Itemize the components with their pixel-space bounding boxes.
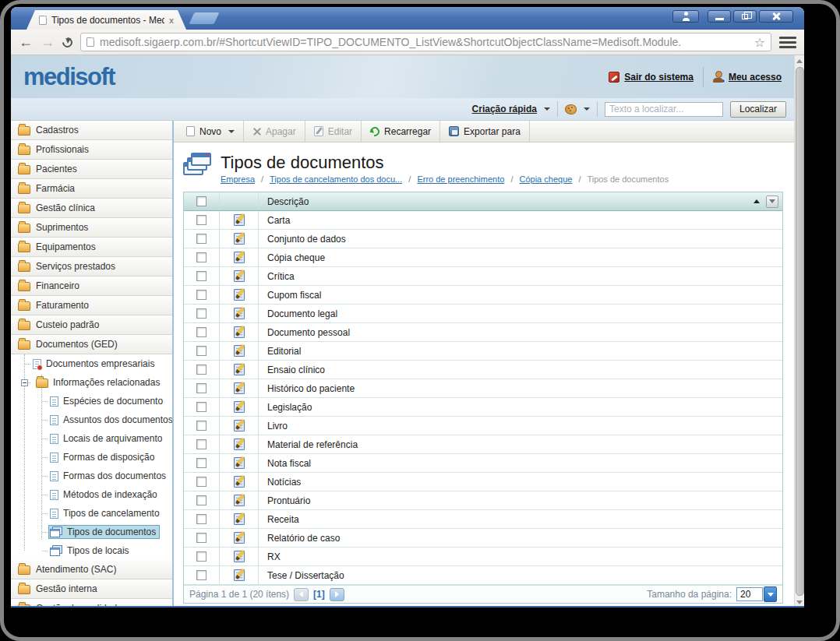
close-button[interactable] — [759, 10, 793, 23]
page-size-value[interactable]: 20 — [736, 587, 763, 601]
forward-button[interactable]: → — [41, 35, 55, 49]
edit-pencil-icon[interactable] — [234, 420, 245, 431]
row-checkbox[interactable] — [196, 514, 206, 524]
edit-pencil-icon[interactable] — [234, 345, 245, 357]
edit-pencil-icon[interactable] — [234, 551, 245, 562]
row-checkbox[interactable] — [196, 271, 206, 281]
table-row[interactable]: Conjunto de dados — [184, 230, 782, 248]
edit-pencil-icon[interactable] — [234, 326, 245, 338]
edit-pencil-icon[interactable] — [234, 495, 245, 506]
breadcrumb-link[interactable]: Tipos de cancelamento dos docu... — [270, 174, 402, 184]
row-checkbox[interactable] — [196, 421, 206, 431]
row-checkbox[interactable] — [196, 252, 206, 262]
tree-item[interactable]: Documentos empresariais — [11, 354, 172, 373]
row-checkbox[interactable] — [196, 215, 206, 225]
edit-pencil-icon[interactable] — [234, 289, 245, 301]
sidebar-folder-item[interactable]: Faturamento — [11, 296, 172, 315]
browser-tab[interactable]: Tipos de documentos - Medis x — [26, 10, 186, 30]
table-row[interactable]: Cupom fiscal — [184, 286, 782, 305]
edit-pencil-icon[interactable] — [234, 364, 245, 375]
tree-item[interactable]: Tipos de locais — [11, 541, 172, 560]
chevron-down-icon[interactable] — [544, 107, 550, 111]
table-row[interactable]: Documento pessoal — [184, 323, 782, 342]
menu-hamburger-icon[interactable] — [779, 37, 796, 48]
sidebar-folder-item[interactable]: Gestão da qualidade — [11, 599, 172, 608]
sidebar-folder-item[interactable]: Gestão clínica — [11, 199, 172, 218]
scrollbar-thumb[interactable] — [796, 67, 804, 596]
sidebar-folder-item[interactable]: Pacientes — [11, 160, 172, 179]
sidebar-folder-item[interactable]: Farmácia — [11, 179, 172, 199]
select-all-checkbox[interactable] — [196, 196, 206, 206]
tree-item[interactable]: Formas de disposição — [11, 448, 172, 467]
find-button[interactable]: Localizar — [730, 101, 786, 118]
column-chooser-button[interactable] — [766, 195, 778, 208]
row-checkbox[interactable] — [196, 551, 206, 562]
table-row[interactable]: Cópia cheque — [184, 248, 782, 267]
description-column-header[interactable]: Descrição — [267, 196, 309, 207]
table-row[interactable]: Relatório de caso — [184, 529, 782, 548]
table-row[interactable]: Receita — [184, 510, 782, 529]
table-row[interactable]: Prontuário — [184, 491, 782, 510]
edit-pencil-icon[interactable] — [234, 401, 245, 413]
restore-button[interactable] — [733, 10, 757, 23]
edit-pencil-icon[interactable] — [234, 569, 245, 581]
dropdown-arrow-icon[interactable] — [764, 586, 777, 602]
row-checkbox[interactable] — [196, 365, 206, 375]
search-input[interactable] — [605, 102, 723, 117]
sidebar-folder-item[interactable]: Cadastros — [11, 121, 172, 140]
edit-pencil-icon[interactable] — [234, 513, 245, 525]
sidebar-folder-item[interactable]: Gestão interna — [11, 579, 172, 599]
toolbar-button[interactable]: Apagar — [244, 121, 305, 142]
edit-pencil-icon[interactable] — [234, 214, 245, 226]
edit-pencil-icon[interactable] — [234, 532, 245, 544]
tree-item[interactable]: Métodos de indexação — [11, 485, 172, 504]
vertical-scrollbar[interactable] — [794, 55, 804, 608]
current-page[interactable]: [1] — [313, 589, 325, 600]
sidebar-folder-item[interactable]: Atendimento (SAC) — [11, 560, 172, 579]
tree-item[interactable]: Assuntos dos documentos — [11, 410, 172, 429]
edit-pencil-icon[interactable] — [234, 382, 245, 394]
theme-palette-icon[interactable] — [565, 104, 577, 114]
toolbar-button[interactable]: Recarregar — [362, 121, 440, 142]
table-row[interactable]: Documento legal — [184, 305, 782, 323]
page-size-select[interactable]: 20 — [736, 586, 777, 602]
previous-page-button[interactable] — [294, 588, 309, 601]
row-checkbox[interactable] — [196, 570, 206, 580]
my-access-link[interactable]: Meu acesso — [713, 71, 782, 83]
row-checkbox[interactable] — [196, 308, 206, 319]
row-checkbox[interactable] — [196, 439, 206, 449]
sidebar-folder-item[interactable]: Profissionais — [11, 140, 172, 160]
quick-create-link[interactable]: Criação rápida — [472, 104, 537, 114]
toolbar-button[interactable]: Novo — [178, 121, 244, 142]
table-row[interactable]: Tese / Dissertação — [184, 566, 782, 585]
row-checkbox[interactable] — [196, 234, 206, 244]
address-bar[interactable]: medisoft.sigaerp.com.br/#ShortcutViewID=… — [80, 33, 771, 51]
table-row[interactable]: Livro — [184, 417, 782, 435]
breadcrumb-link[interactable]: Empresa — [221, 174, 255, 184]
back-button[interactable]: ← — [19, 35, 33, 49]
profile-button[interactable] — [672, 10, 699, 23]
edit-pencil-icon[interactable] — [234, 233, 245, 245]
sidebar-folder-item[interactable]: Financeiro — [11, 276, 172, 296]
tree-item[interactable]: Locais de arquivamento — [11, 429, 172, 448]
table-row[interactable]: Editorial — [184, 342, 782, 361]
sidebar-folder-item[interactable]: Documentos (GED) — [11, 335, 172, 354]
tree-item[interactable]: Tipos de cancelamento — [11, 504, 172, 523]
edit-pencil-icon[interactable] — [234, 252, 245, 263]
row-checkbox[interactable] — [196, 495, 206, 505]
table-row[interactable]: Material de referência — [184, 435, 782, 454]
sidebar-folder-item[interactable]: Custeio padrão — [11, 315, 172, 335]
breadcrumb-link[interactable]: Erro de preenchimento — [417, 174, 504, 184]
table-row[interactable]: Legislação — [184, 398, 782, 417]
next-page-button[interactable] — [330, 588, 344, 601]
row-checkbox[interactable] — [196, 327, 206, 337]
row-checkbox[interactable] — [196, 290, 206, 300]
row-checkbox[interactable] — [196, 458, 206, 468]
url-text[interactable]: medisoft.sigaerp.com.br/#ShortcutViewID=… — [100, 36, 749, 48]
logout-link[interactable]: Sair do sistema — [609, 72, 694, 83]
edit-pencil-icon[interactable] — [234, 270, 245, 282]
row-checkbox[interactable] — [196, 383, 206, 393]
table-row[interactable]: Carta — [184, 211, 782, 230]
edit-pencil-icon[interactable] — [234, 476, 245, 488]
scroll-down-button[interactable] — [795, 597, 805, 608]
